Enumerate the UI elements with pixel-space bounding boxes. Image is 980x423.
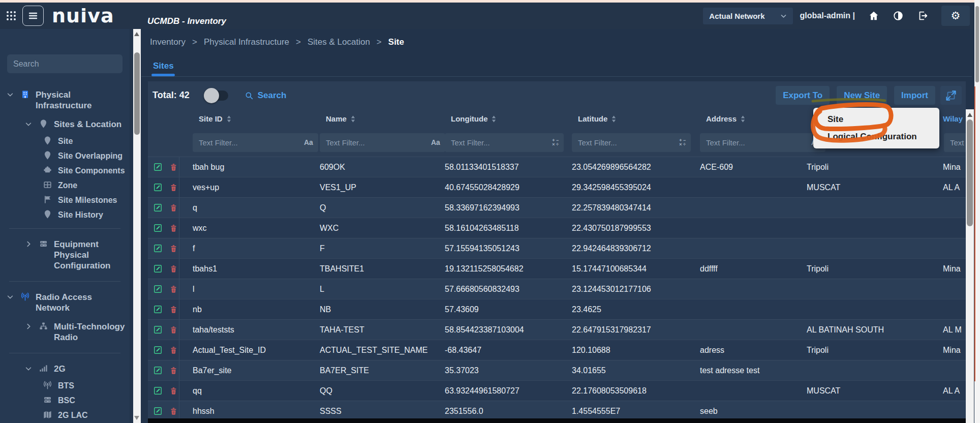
tab-sites[interactable]: Sites <box>153 61 174 71</box>
new-site-button[interactable]: New Site <box>837 86 887 105</box>
export-to-button[interactable]: Export To <box>776 86 830 105</box>
edit-icon[interactable] <box>153 325 163 335</box>
filter-input-longitude[interactable] <box>450 138 549 147</box>
sidebar-item-2g-lac[interactable]: 2G LAC <box>0 408 130 422</box>
column-header-address[interactable]: Address <box>687 114 793 123</box>
home-icon[interactable] <box>868 10 879 21</box>
table-row[interactable]: lL57.6668056083249323.124453012177106 <box>148 279 966 299</box>
column-header-site-id[interactable]: Site ID <box>179 114 307 123</box>
table-row[interactable]: Actual_Test_Site_IDACTUAL_TEST_SITE_NAME… <box>148 340 966 360</box>
page-scrollbar-thumb[interactable] <box>975 6 979 82</box>
chevron-down-icon[interactable] <box>6 293 14 300</box>
table-row[interactable]: nbNB57.4360923.4625 <box>148 299 966 319</box>
delete-icon[interactable] <box>169 366 178 375</box>
breadcrumb-item-inventory[interactable]: Inventory <box>150 37 186 47</box>
delete-icon[interactable] <box>169 305 178 314</box>
edit-icon[interactable] <box>153 264 163 274</box>
settings-button[interactable]: ⚙ <box>941 6 970 26</box>
column-header-latitude[interactable]: Latitude <box>559 114 687 123</box>
column-header-longitude[interactable]: Longitude <box>432 114 559 123</box>
edit-icon[interactable] <box>153 305 163 314</box>
delete-icon[interactable] <box>169 285 178 294</box>
sidebar-item-zone[interactable]: Zone <box>0 178 130 193</box>
table-row[interactable]: ves+upVES1_UP40.6745502842892929.3425984… <box>148 177 966 197</box>
filter-input-latitude[interactable] <box>577 138 676 147</box>
chevron-down-icon[interactable] <box>6 91 14 98</box>
edit-icon[interactable] <box>153 366 163 375</box>
chevron-right-icon[interactable] <box>24 323 33 330</box>
delete-icon[interactable] <box>169 244 178 253</box>
sidebar-item-physical-infrastructure[interactable]: Physical Infrastructure <box>0 85 130 115</box>
edit-icon[interactable] <box>153 386 163 396</box>
horizontal-scrollbar[interactable] <box>148 418 966 423</box>
filter-input-wilay[interactable] <box>949 138 966 147</box>
edit-icon[interactable] <box>153 345 163 355</box>
sidebar-item-site-milestones[interactable]: Site Milestones <box>0 193 130 207</box>
popup-item-site[interactable]: Site <box>828 114 939 125</box>
popup-item-logical-configuration[interactable]: Logical Configuration <box>828 132 939 142</box>
table-row[interactable]: hhsshSSSS2351556.01.4554555E7seeb <box>148 401 966 421</box>
expand-table-button[interactable] <box>940 86 962 105</box>
sidebar-item-bts[interactable]: BTS <box>0 378 130 393</box>
delete-icon[interactable] <box>169 407 178 416</box>
chevron-down-icon[interactable] <box>24 365 33 372</box>
sidebar-search-input[interactable] <box>7 54 122 73</box>
edit-icon[interactable] <box>153 244 163 253</box>
delete-icon[interactable] <box>169 183 178 192</box>
table-row[interactable]: fF57.1559413505124322.942464839306712 <box>148 238 966 258</box>
table-row[interactable]: taha/teststsTAHA-TEST58.8544233871030042… <box>148 319 966 340</box>
sidebar-item-site-components[interactable]: Site Components <box>0 163 130 178</box>
app-launcher-icon[interactable] <box>5 10 17 22</box>
sidebar-item-radio-access-network[interactable]: Radio Access Network <box>0 288 130 317</box>
chevron-down-icon[interactable] <box>24 120 33 128</box>
sidebar-item-multi-technology-radio[interactable]: Multi-Technology Radio <box>0 317 130 347</box>
scroll-down-arrow-icon[interactable] <box>134 416 139 420</box>
search-button[interactable]: Search <box>244 90 287 101</box>
delete-icon[interactable] <box>169 386 178 396</box>
edit-icon[interactable] <box>153 183 163 192</box>
numeric-filter-icon[interactable]: + −× ÷ <box>552 138 559 146</box>
menu-button[interactable] <box>22 6 44 26</box>
sidebar-item-equipment-physical-configuration[interactable]: Equipment Physical Configuration <box>0 235 130 275</box>
sidebar-item-bsc[interactable]: BSC <box>0 393 130 408</box>
import-button[interactable]: Import <box>894 86 935 105</box>
filter-input-site-id[interactable] <box>198 138 301 147</box>
table-row[interactable]: qqQQ63.9324496158072722.17608053509618MU… <box>148 380 966 401</box>
filter-input-name[interactable] <box>325 138 428 147</box>
network-select[interactable]: Actual Network <box>703 8 792 24</box>
column-header-name[interactable]: Name <box>307 114 432 123</box>
sidebar-item-sites-location[interactable]: Sites & Location <box>0 115 130 134</box>
delete-icon[interactable] <box>169 203 178 213</box>
table-row[interactable]: qQ58.3369716239499322.257839480347414 <box>148 197 966 218</box>
breadcrumb-item-physical-infrastructure[interactable]: Physical Infrastructure <box>204 37 289 47</box>
scroll-up-arrow-icon[interactable] <box>967 113 972 117</box>
delete-icon[interactable] <box>169 346 178 355</box>
numeric-filter-icon[interactable]: + −× ÷ <box>679 138 686 146</box>
delete-icon[interactable] <box>169 325 178 335</box>
delete-icon[interactable] <box>169 224 178 233</box>
table-row[interactable]: Ba7er_siteBA7ER_SITE35.3702334.01655test… <box>148 360 966 380</box>
sidebar-item-site[interactable]: Site <box>0 134 130 148</box>
table-row[interactable]: tbahs1TBAHSITE119.13211525805468215.1744… <box>148 258 966 279</box>
table-row[interactable]: wxcWXC58.1610426348511822.43075018799955… <box>148 218 966 238</box>
delete-icon[interactable] <box>169 163 178 172</box>
sidebar-scrollbar-thumb[interactable] <box>134 52 140 135</box>
logout-icon[interactable] <box>917 10 928 21</box>
sidebar-item-site-overlapping[interactable]: Site Overlapping <box>0 148 130 163</box>
edit-icon[interactable] <box>153 223 163 233</box>
scroll-up-arrow-icon[interactable] <box>134 32 139 36</box>
delete-icon[interactable] <box>169 264 178 274</box>
sidebar-item-2g[interactable]: 2G <box>0 359 130 378</box>
edit-icon[interactable] <box>153 162 163 172</box>
contrast-icon[interactable] <box>893 10 904 21</box>
filter-input-address[interactable] <box>705 138 808 147</box>
table-row[interactable]: tbah bug609OK58.0113340151833723.0542698… <box>148 157 966 177</box>
breadcrumb-item-sites-location[interactable]: Sites & Location <box>308 37 370 47</box>
sidebar-item-site-history[interactable]: Site History <box>0 207 130 222</box>
chevron-right-icon[interactable] <box>24 240 33 248</box>
edit-icon[interactable] <box>153 203 163 213</box>
edit-icon[interactable] <box>153 406 163 416</box>
table-scrollbar-thumb[interactable] <box>967 119 973 226</box>
filter-toggle[interactable] <box>205 90 228 101</box>
breadcrumb-item-site[interactable]: Site <box>388 37 404 47</box>
